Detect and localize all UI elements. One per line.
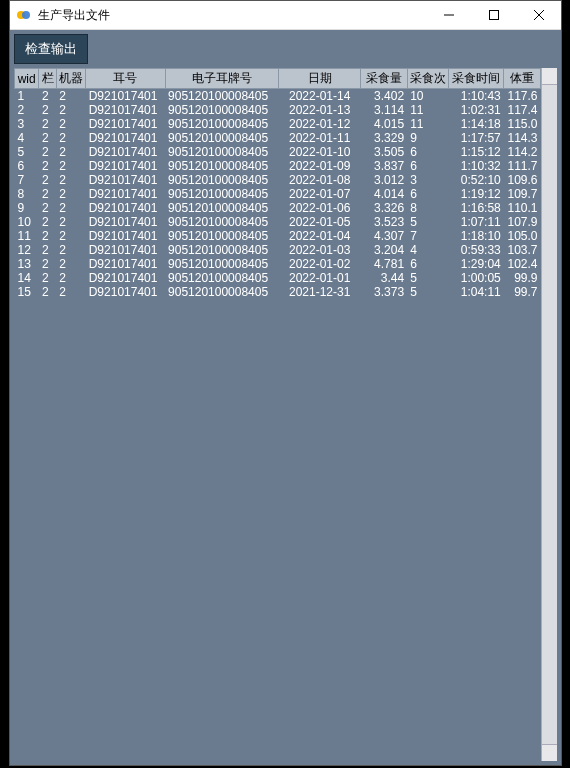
table-header: wid栏机器耳号电子耳牌号日期采食量采食次采食时间体重 [15,69,541,89]
table-cell: D921017401 [86,201,165,215]
table-row[interactable]: 222D9210174019051201000084052022-01-133.… [15,103,541,117]
table-cell: D921017401 [86,131,165,145]
table-cell: 11 [15,229,39,243]
table-cell: 114.3 [504,131,541,145]
column-header[interactable]: 机器 [56,69,86,89]
table-cell: 15 [15,285,39,299]
table-cell: 2022-01-01 [279,271,360,285]
table-cell: 2 [39,159,56,173]
table-row[interactable]: 322D9210174019051201000084052022-01-124.… [15,117,541,131]
table-cell: 1:10:43 [449,89,504,104]
maximize-button[interactable] [471,1,516,29]
table-cell: 2 [56,201,86,215]
table-cell: 2 [15,103,39,117]
table-row[interactable]: 1322D9210174019051201000084052022-01-024… [15,257,541,271]
column-header[interactable]: 采食量 [360,69,407,89]
table-cell: 1:16:58 [449,201,504,215]
table-cell: 905120100008405 [165,131,279,145]
table-row[interactable]: 522D9210174019051201000084052022-01-103.… [15,145,541,159]
svg-point-1 [22,11,30,19]
table-cell: 6 [15,159,39,173]
table-wrapper: wid栏机器耳号电子耳牌号日期采食量采食次采食时间体重 122D92101740… [14,68,557,761]
table-row[interactable]: 122D9210174019051201000084052022-01-143.… [15,89,541,104]
table-cell: D921017401 [86,159,165,173]
table-cell: 2 [56,229,86,243]
table-cell: 3.329 [360,131,407,145]
minimize-button[interactable] [426,1,471,29]
table-cell: 2 [39,89,56,104]
table-cell: 3.012 [360,173,407,187]
table-cell: D921017401 [86,215,165,229]
close-button[interactable] [516,1,561,29]
table-cell: 2 [39,257,56,271]
table-cell: D921017401 [86,243,165,257]
table-cell: 12 [15,243,39,257]
table-cell: 4 [407,243,449,257]
table-cell: 1:29:04 [449,257,504,271]
table-cell: 2 [56,187,86,201]
table-cell: 10 [15,215,39,229]
table-cell: 8 [407,201,449,215]
table-row[interactable]: 622D9210174019051201000084052022-01-093.… [15,159,541,173]
table-cell: 2022-01-03 [279,243,360,257]
table-cell: 3.402 [360,89,407,104]
table-cell: 6 [407,187,449,201]
table-cell: 5 [407,215,449,229]
table-cell: 110.1 [504,201,541,215]
vertical-scrollbar[interactable] [541,68,557,761]
table-body: 122D9210174019051201000084052022-01-143.… [15,89,541,300]
titlebar: 生产导出文件 [10,1,561,30]
table-cell: 1:00:05 [449,271,504,285]
table-cell: 4.307 [360,229,407,243]
table-cell: 2022-01-04 [279,229,360,243]
table-cell: 4.014 [360,187,407,201]
table-cell: 5 [407,285,449,299]
table-cell: 115.0 [504,117,541,131]
table-cell: 2 [56,131,86,145]
table-cell: 3 [407,173,449,187]
column-header[interactable]: 日期 [279,69,360,89]
table-cell: 9 [15,201,39,215]
table-row[interactable]: 822D9210174019051201000084052022-01-074.… [15,187,541,201]
table-cell: 5 [15,145,39,159]
table-row[interactable]: 1222D9210174019051201000084052022-01-033… [15,243,541,257]
table-row[interactable]: 422D9210174019051201000084052022-01-113.… [15,131,541,145]
table-cell: 2 [56,285,86,299]
table-cell: 117.6 [504,89,541,104]
table-cell: 6 [407,145,449,159]
column-header[interactable]: wid [15,69,39,89]
table-cell: 2 [56,243,86,257]
table-cell: 2022-01-02 [279,257,360,271]
table-cell: 3.505 [360,145,407,159]
column-header[interactable]: 电子耳牌号 [165,69,279,89]
table-row[interactable]: 1422D9210174019051201000084052022-01-013… [15,271,541,285]
table-row[interactable]: 922D9210174019051201000084052022-01-063.… [15,201,541,215]
table-cell: 109.6 [504,173,541,187]
table-row[interactable]: 1022D9210174019051201000084052022-01-053… [15,215,541,229]
table-cell: 2022-01-08 [279,173,360,187]
table-cell: 2022-01-06 [279,201,360,215]
table-cell: 117.4 [504,103,541,117]
table-row[interactable]: 1122D9210174019051201000084052022-01-044… [15,229,541,243]
table-cell: 1:14:18 [449,117,504,131]
column-header[interactable]: 采食次 [407,69,449,89]
table-row[interactable]: 722D9210174019051201000084052022-01-083.… [15,173,541,187]
table-row[interactable]: 1522D9210174019051201000084052021-12-313… [15,285,541,299]
table-cell: 2022-01-11 [279,131,360,145]
table-cell: 1 [15,89,39,104]
table-cell: 2022-01-07 [279,187,360,201]
table-cell: 2 [39,187,56,201]
column-header[interactable]: 栏 [39,69,56,89]
header-row: wid栏机器耳号电子耳牌号日期采食量采食次采食时间体重 [15,69,541,89]
column-header[interactable]: 体重 [504,69,541,89]
svg-rect-3 [489,11,498,20]
table-cell: 0:52:10 [449,173,504,187]
table-cell: 99.7 [504,285,541,299]
column-header[interactable]: 采食时间 [449,69,504,89]
column-header[interactable]: 耳号 [86,69,165,89]
table-cell: 2 [39,201,56,215]
table-cell: 4.015 [360,117,407,131]
check-output-button[interactable]: 检查输出 [14,34,88,64]
table-cell: 6 [407,159,449,173]
table-cell: 7 [15,173,39,187]
